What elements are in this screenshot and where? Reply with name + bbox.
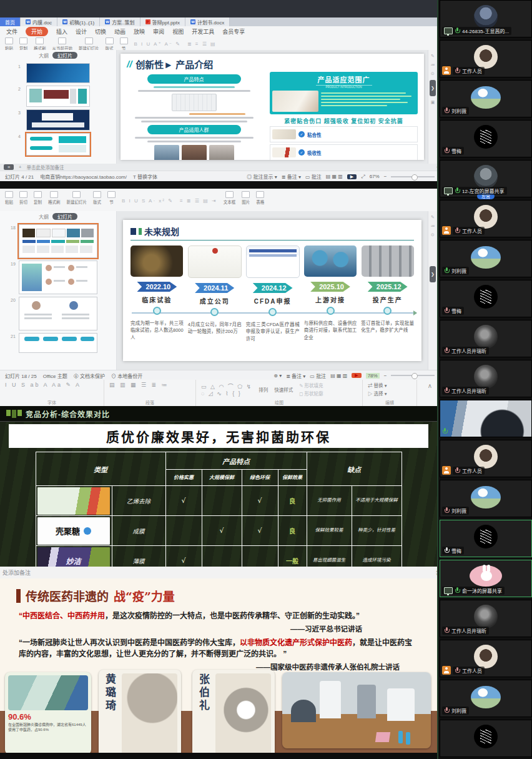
- participant-tile[interactable]: 工作人员井瑞昕: [440, 600, 532, 637]
- slideshow-play-button[interactable]: ▶: [352, 373, 361, 378]
- ribbon-tab-dev[interactable]: 开发工具: [192, 27, 214, 36]
- section-button[interactable]: 节: [120, 37, 128, 51]
- new-slide-button[interactable]: 新建幻灯片: [79, 37, 99, 51]
- ribbon-tab-review[interactable]: 审阅: [153, 27, 164, 36]
- ribbon-tab-member[interactable]: 会员专享: [222, 27, 245, 36]
- pane-tab-slides[interactable]: 幻灯片: [52, 52, 77, 59]
- backup-indicator[interactable]: ⊙ 本地备份开: [111, 372, 142, 379]
- participant-tile[interactable]: 工作人员: [440, 200, 532, 237]
- textbox-button[interactable]: 文本框: [224, 191, 236, 205]
- replace-button[interactable]: ⇄ 替换 ▾: [368, 382, 411, 389]
- insert-button[interactable]: ⊕ ▾: [273, 373, 282, 379]
- slide-thumbnail-18-selected[interactable]: 18: [19, 224, 97, 258]
- font-tool-icons[interactable]: I U S ab A Aa ✎ A: [5, 382, 99, 388]
- shape-gallery[interactable]: ▭ △ ◠ ⌒ ⬠ ↯◌ ◿ ∿ ⌇ { }: [201, 382, 252, 397]
- participant-tile[interactable]: 刘利薇: [440, 80, 532, 117]
- tab-doc-5[interactable]: W计划书.docx: [185, 17, 230, 26]
- annotation-button[interactable]: ▭ 批注: [310, 372, 326, 379]
- tab-doc-2[interactable]: W初稿(1)..(1): [57, 17, 100, 26]
- pane-tab-outline[interactable]: 大纲: [39, 52, 49, 59]
- participant-tile[interactable]: 刘利薇: [440, 680, 532, 717]
- view-mode-icons[interactable]: ▤ ▦ ▥: [326, 174, 343, 179]
- new-slide-button[interactable]: 新建幻灯片: [67, 191, 87, 205]
- ribbon-tab-view[interactable]: 视图: [172, 27, 184, 36]
- ribbon-tab-transition[interactable]: 切换: [95, 27, 106, 36]
- quick-styles-button[interactable]: 快速样式: [274, 386, 293, 393]
- ribbon-tab-insert[interactable]: 插入: [56, 27, 67, 36]
- slide-thumbnail-3[interactable]: 3: [26, 109, 90, 131]
- tool-icon[interactable]: ▣: [431, 100, 435, 105]
- tab-ppt-active[interactable]: P答辩ppt.pptx: [140, 17, 185, 26]
- tool-icon[interactable]: ≔: [431, 224, 435, 229]
- participant-tile[interactable]: 工作人员: [440, 440, 532, 477]
- arrange-button[interactable]: 排列: [259, 386, 268, 393]
- fit-window-button[interactable]: ⤢: [361, 174, 365, 180]
- section-button[interactable]: 节: [107, 191, 116, 205]
- pane-collapse-handle[interactable]: ❯: [430, 80, 436, 96]
- layout-button[interactable]: 版式: [93, 191, 101, 205]
- ribbon-tab-animation[interactable]: 动画: [114, 27, 126, 36]
- participant-tile[interactable]: 雪梅: [440, 280, 532, 317]
- comments-toggle[interactable]: ◎ 批注显示 ▾: [247, 173, 277, 180]
- table-button[interactable]: 表格: [256, 191, 264, 205]
- slide-thumbnail-4-selected[interactable]: 4: [26, 133, 90, 156]
- shape-fill-button[interactable]: ✎ 形状填充: [299, 382, 323, 389]
- tool-icon[interactable]: ⊙: [431, 232, 435, 237]
- participant-tile[interactable]: 工作人员: [440, 640, 532, 677]
- participant-tile[interactable]: 工作人员井瑞昕: [440, 360, 532, 397]
- pane-tab-outline[interactable]: 大纲: [39, 213, 49, 220]
- notes-partial-text[interactable]: 处添加备注: [2, 568, 31, 577]
- paste-button[interactable]: 粘贴: [5, 37, 13, 51]
- participant-tile[interactable]: 刘利薇: [440, 480, 532, 517]
- copy-button[interactable]: 复制: [19, 37, 27, 51]
- notes-placeholder[interactable]: 单击此处添加备注: [26, 164, 64, 171]
- tool-icon[interactable]: ✎: [431, 215, 435, 220]
- slideshow-play-button[interactable]: ▶: [347, 174, 357, 179]
- participant-tile-live-video[interactable]: [440, 400, 532, 437]
- ribbon-tab-slideshow[interactable]: 放映: [134, 27, 145, 36]
- notes-button[interactable]: ≣ 备注 ▾: [282, 173, 301, 180]
- shape-outline-button[interactable]: ◻ 形状轮廓: [299, 390, 323, 397]
- cut-button[interactable]: 剪切: [19, 191, 27, 205]
- zoom-out-button[interactable]: −: [384, 174, 387, 179]
- view-mode-icons[interactable]: ▤ ▦ ▥: [330, 373, 347, 379]
- zoom-out-button[interactable]: −: [384, 373, 387, 379]
- new-slide-plus[interactable]: +: [19, 164, 21, 170]
- replace-font-button[interactable]: T 替换字体: [133, 173, 157, 180]
- slide-thumbnail-20[interactable]: 20: [19, 297, 97, 330]
- tool-icon[interactable]: ≔: [431, 62, 435, 67]
- paste-button[interactable]: 粘贴: [5, 191, 13, 205]
- tool-icon[interactable]: ✎: [431, 54, 435, 59]
- participant-tile[interactable]: 雪梅: [440, 120, 532, 157]
- zoom-slider[interactable]: [391, 375, 435, 376]
- ribbon-collapse-button[interactable]: ∧: [423, 380, 437, 406]
- participant-tile[interactable]: 刘利薇: [440, 240, 532, 277]
- slide-thumbnail-2[interactable]: 2: [26, 86, 90, 107]
- select-button[interactable]: ▷ 选择 ▾: [368, 390, 411, 397]
- participant-tile-active-speaker[interactable]: 雪梅: [440, 520, 532, 557]
- format-painter-button[interactable]: 格式刷: [34, 37, 46, 51]
- pane-tab-slides[interactable]: 幻灯片: [52, 213, 77, 220]
- play-from-current-button[interactable]: 从当前开始: [52, 37, 73, 51]
- annotation-button[interactable]: ▭ 批注: [305, 173, 322, 180]
- pane-collapse-handle[interactable]: ❯: [430, 266, 436, 282]
- notes-button[interactable]: ≣ 备注 ▾: [286, 372, 305, 379]
- tool-icon[interactable]: ⊙: [431, 71, 435, 76]
- tab-home[interactable]: 首页: [0, 17, 21, 26]
- slide-thumbnail-19[interactable]: 19: [19, 260, 97, 294]
- tab-doc-1[interactable]: W内膜.doc: [21, 17, 57, 26]
- participant-tile-screen-sharer[interactable]: 俞一沐的屏幕共享: [440, 560, 532, 597]
- participant-tile[interactable]: 左宫 12-左宫的屏幕共享: [440, 160, 532, 197]
- paragraph-tool-icons[interactable]: ▤ ▥ ▦ ☰ ≣ ≔: [109, 382, 190, 388]
- participant-tile[interactable]: 工作人员: [440, 40, 532, 77]
- format-painter-button[interactable]: 格式刷: [48, 191, 61, 205]
- protect-indicator[interactable]: 🛈 文档未保护: [74, 372, 105, 379]
- ribbon-tab-file[interactable]: 文件: [6, 27, 17, 36]
- participant-tile[interactable]: 44-26835-王显茜的...: [440, 0, 532, 37]
- zoom-slider[interactable]: [391, 176, 435, 177]
- tab-doc-3[interactable]: W方案..策划: [100, 17, 140, 26]
- participant-tile[interactable]: 工作人员井瑞昕: [440, 320, 532, 357]
- copy-button[interactable]: 复制: [34, 191, 42, 205]
- slide-thumbnail-1[interactable]: 1: [26, 63, 90, 83]
- participant-tile[interactable]: [440, 720, 532, 757]
